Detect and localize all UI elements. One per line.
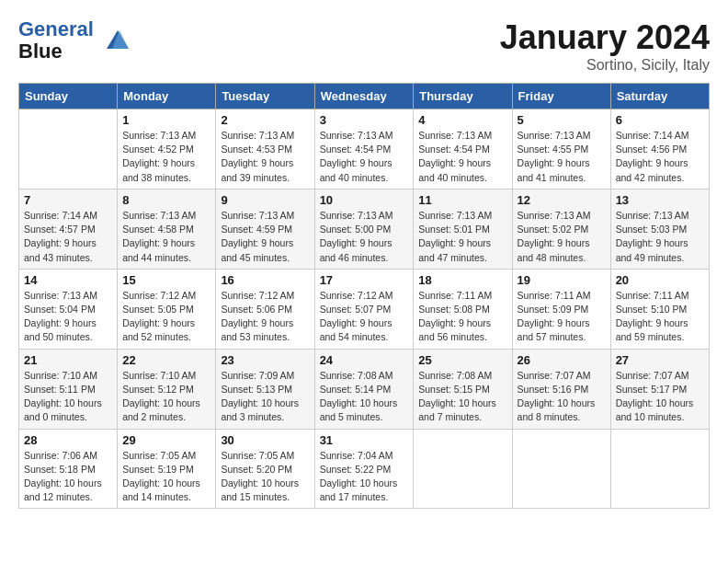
day-number: 24 bbox=[320, 353, 409, 367]
calendar-cell: 25Sunrise: 7:08 AM Sunset: 5:15 PM Dayli… bbox=[414, 349, 512, 429]
calendar-week-row: 1Sunrise: 7:13 AM Sunset: 4:52 PM Daylig… bbox=[19, 109, 710, 190]
day-info: Sunrise: 7:11 AM Sunset: 5:09 PM Dayligh… bbox=[518, 289, 606, 345]
day-number: 26 bbox=[518, 353, 606, 367]
day-number: 4 bbox=[418, 113, 506, 127]
dow-header: Thursday bbox=[414, 84, 512, 109]
page-header: General Blue January 2024 Sortino, Sicil… bbox=[18, 18, 710, 74]
day-number: 27 bbox=[616, 353, 704, 367]
day-info: Sunrise: 7:13 AM Sunset: 5:00 PM Dayligh… bbox=[320, 209, 409, 265]
day-info: Sunrise: 7:13 AM Sunset: 4:59 PM Dayligh… bbox=[221, 209, 309, 265]
day-info: Sunrise: 7:09 AM Sunset: 5:13 PM Dayligh… bbox=[221, 369, 309, 425]
calendar-cell: 19Sunrise: 7:11 AM Sunset: 5:09 PM Dayli… bbox=[512, 269, 610, 349]
day-number: 9 bbox=[221, 193, 309, 207]
calendar-cell: 20Sunrise: 7:11 AM Sunset: 5:10 PM Dayli… bbox=[610, 269, 709, 349]
day-number: 31 bbox=[320, 433, 409, 447]
day-info: Sunrise: 7:14 AM Sunset: 4:57 PM Dayligh… bbox=[24, 209, 112, 265]
calendar-cell: 27Sunrise: 7:07 AM Sunset: 5:17 PM Dayli… bbox=[610, 349, 709, 429]
day-number: 21 bbox=[24, 353, 112, 367]
calendar-cell: 21Sunrise: 7:10 AM Sunset: 5:11 PM Dayli… bbox=[19, 349, 118, 429]
logo: General Blue bbox=[18, 18, 132, 63]
calendar-cell: 29Sunrise: 7:05 AM Sunset: 5:19 PM Dayli… bbox=[118, 429, 216, 509]
calendar-week-row: 14Sunrise: 7:13 AM Sunset: 5:04 PM Dayli… bbox=[19, 269, 710, 349]
day-info: Sunrise: 7:06 AM Sunset: 5:18 PM Dayligh… bbox=[24, 449, 112, 505]
calendar-cell: 30Sunrise: 7:05 AM Sunset: 5:20 PM Dayli… bbox=[216, 429, 314, 509]
location-subtitle: Sortino, Sicily, Italy bbox=[500, 57, 710, 74]
calendar-week-row: 21Sunrise: 7:10 AM Sunset: 5:11 PM Dayli… bbox=[19, 349, 710, 429]
dow-header: Monday bbox=[118, 84, 216, 109]
day-info: Sunrise: 7:13 AM Sunset: 4:58 PM Dayligh… bbox=[122, 209, 210, 265]
day-info: Sunrise: 7:10 AM Sunset: 5:12 PM Dayligh… bbox=[122, 369, 210, 425]
calendar-cell: 31Sunrise: 7:04 AM Sunset: 5:22 PM Dayli… bbox=[314, 429, 414, 509]
calendar-cell: 22Sunrise: 7:10 AM Sunset: 5:12 PM Dayli… bbox=[118, 349, 216, 429]
day-number: 20 bbox=[616, 273, 704, 287]
days-of-week-row: SundayMondayTuesdayWednesdayThursdayFrid… bbox=[19, 84, 710, 109]
calendar-cell bbox=[19, 109, 118, 190]
logo-text: General Blue bbox=[18, 18, 94, 63]
calendar-cell: 16Sunrise: 7:12 AM Sunset: 5:06 PM Dayli… bbox=[216, 269, 314, 349]
calendar-cell: 18Sunrise: 7:11 AM Sunset: 5:08 PM Dayli… bbox=[414, 269, 512, 349]
day-number: 2 bbox=[221, 113, 309, 127]
day-number: 17 bbox=[320, 273, 409, 287]
day-info: Sunrise: 7:13 AM Sunset: 5:02 PM Dayligh… bbox=[518, 209, 606, 265]
calendar-cell: 23Sunrise: 7:09 AM Sunset: 5:13 PM Dayli… bbox=[216, 349, 314, 429]
dow-header: Wednesday bbox=[314, 84, 414, 109]
day-info: Sunrise: 7:05 AM Sunset: 5:20 PM Dayligh… bbox=[221, 449, 309, 505]
day-number: 10 bbox=[320, 193, 409, 207]
day-number: 3 bbox=[320, 113, 409, 127]
calendar-week-row: 7Sunrise: 7:14 AM Sunset: 4:57 PM Daylig… bbox=[19, 189, 710, 269]
day-number: 13 bbox=[616, 193, 704, 207]
day-number: 14 bbox=[24, 273, 112, 287]
calendar-cell: 6Sunrise: 7:14 AM Sunset: 4:56 PM Daylig… bbox=[610, 109, 709, 190]
day-info: Sunrise: 7:12 AM Sunset: 5:07 PM Dayligh… bbox=[320, 289, 409, 345]
day-number: 11 bbox=[418, 193, 506, 207]
calendar-week-row: 28Sunrise: 7:06 AM Sunset: 5:18 PM Dayli… bbox=[19, 429, 710, 509]
day-number: 6 bbox=[616, 113, 704, 127]
day-info: Sunrise: 7:14 AM Sunset: 4:56 PM Dayligh… bbox=[616, 129, 704, 185]
calendar-cell bbox=[512, 429, 610, 509]
dow-header: Sunday bbox=[19, 84, 118, 109]
calendar-cell: 14Sunrise: 7:13 AM Sunset: 5:04 PM Dayli… bbox=[19, 269, 118, 349]
calendar-cell: 2Sunrise: 7:13 AM Sunset: 4:53 PM Daylig… bbox=[216, 109, 314, 190]
day-number: 22 bbox=[122, 353, 210, 367]
calendar-cell: 1Sunrise: 7:13 AM Sunset: 4:52 PM Daylig… bbox=[118, 109, 216, 190]
calendar-cell bbox=[610, 429, 709, 509]
day-number: 1 bbox=[122, 113, 210, 127]
day-info: Sunrise: 7:13 AM Sunset: 4:53 PM Dayligh… bbox=[221, 129, 309, 185]
calendar-cell: 28Sunrise: 7:06 AM Sunset: 5:18 PM Dayli… bbox=[19, 429, 118, 509]
logo-icon bbox=[97, 23, 132, 58]
day-info: Sunrise: 7:10 AM Sunset: 5:11 PM Dayligh… bbox=[24, 369, 112, 425]
calendar-cell bbox=[414, 429, 512, 509]
day-number: 15 bbox=[122, 273, 210, 287]
month-title: January 2024 bbox=[500, 18, 710, 57]
day-info: Sunrise: 7:11 AM Sunset: 5:10 PM Dayligh… bbox=[616, 289, 704, 345]
dow-header: Saturday bbox=[610, 84, 709, 109]
calendar-cell: 5Sunrise: 7:13 AM Sunset: 4:55 PM Daylig… bbox=[512, 109, 610, 190]
calendar-cell: 4Sunrise: 7:13 AM Sunset: 4:54 PM Daylig… bbox=[414, 109, 512, 190]
day-info: Sunrise: 7:05 AM Sunset: 5:19 PM Dayligh… bbox=[122, 449, 210, 505]
calendar-cell: 24Sunrise: 7:08 AM Sunset: 5:14 PM Dayli… bbox=[314, 349, 414, 429]
day-info: Sunrise: 7:07 AM Sunset: 5:16 PM Dayligh… bbox=[518, 369, 606, 425]
day-number: 12 bbox=[518, 193, 606, 207]
day-info: Sunrise: 7:13 AM Sunset: 5:01 PM Dayligh… bbox=[418, 209, 506, 265]
calendar-cell: 7Sunrise: 7:14 AM Sunset: 4:57 PM Daylig… bbox=[19, 189, 118, 269]
day-number: 5 bbox=[518, 113, 606, 127]
day-number: 16 bbox=[221, 273, 309, 287]
calendar-cell: 10Sunrise: 7:13 AM Sunset: 5:00 PM Dayli… bbox=[314, 189, 414, 269]
day-number: 7 bbox=[24, 193, 112, 207]
day-info: Sunrise: 7:07 AM Sunset: 5:17 PM Dayligh… bbox=[616, 369, 704, 425]
day-info: Sunrise: 7:11 AM Sunset: 5:08 PM Dayligh… bbox=[418, 289, 506, 345]
day-number: 8 bbox=[122, 193, 210, 207]
calendar-cell: 12Sunrise: 7:13 AM Sunset: 5:02 PM Dayli… bbox=[512, 189, 610, 269]
day-info: Sunrise: 7:13 AM Sunset: 4:54 PM Dayligh… bbox=[320, 129, 409, 185]
day-number: 18 bbox=[418, 273, 506, 287]
day-number: 29 bbox=[122, 433, 210, 447]
calendar-body: 1Sunrise: 7:13 AM Sunset: 4:52 PM Daylig… bbox=[19, 109, 710, 509]
day-info: Sunrise: 7:13 AM Sunset: 5:03 PM Dayligh… bbox=[616, 209, 704, 265]
calendar-cell: 26Sunrise: 7:07 AM Sunset: 5:16 PM Dayli… bbox=[512, 349, 610, 429]
day-number: 25 bbox=[418, 353, 506, 367]
calendar-cell: 13Sunrise: 7:13 AM Sunset: 5:03 PM Dayli… bbox=[610, 189, 709, 269]
title-area: January 2024 Sortino, Sicily, Italy bbox=[500, 18, 710, 74]
calendar-cell: 17Sunrise: 7:12 AM Sunset: 5:07 PM Dayli… bbox=[314, 269, 414, 349]
dow-header: Friday bbox=[512, 84, 610, 109]
calendar-cell: 8Sunrise: 7:13 AM Sunset: 4:58 PM Daylig… bbox=[118, 189, 216, 269]
